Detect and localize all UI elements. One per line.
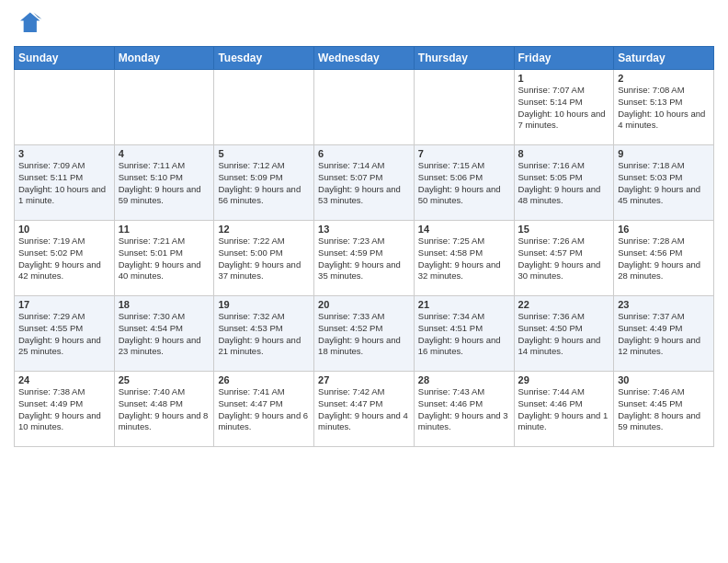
day-info: Sunrise: 7:09 AM Sunset: 5:11 PM Dayligh… xyxy=(18,160,110,207)
calendar-cell: 16Sunrise: 7:28 AM Sunset: 4:56 PM Dayli… xyxy=(614,221,714,296)
day-number: 30 xyxy=(618,374,710,385)
day-info: Sunrise: 7:41 AM Sunset: 4:47 PM Dayligh… xyxy=(218,386,310,433)
day-info: Sunrise: 7:23 AM Sunset: 4:59 PM Dayligh… xyxy=(318,236,410,282)
weekday-header-wednesday: Wednesday xyxy=(314,47,415,70)
calendar-cell: 18Sunrise: 7:30 AM Sunset: 4:54 PM Dayli… xyxy=(114,296,214,372)
page: SundayMondayTuesdayWednesdayThursdayFrid… xyxy=(0,0,728,563)
day-number: 22 xyxy=(518,299,610,310)
calendar-cell: 11Sunrise: 7:21 AM Sunset: 5:01 PM Dayli… xyxy=(114,221,214,296)
calendar-cell: 13Sunrise: 7:23 AM Sunset: 4:59 PM Dayli… xyxy=(314,221,415,296)
day-number: 19 xyxy=(218,299,310,310)
calendar-cell: 20Sunrise: 7:33 AM Sunset: 4:52 PM Dayli… xyxy=(314,296,415,372)
day-info: Sunrise: 7:28 AM Sunset: 4:56 PM Dayligh… xyxy=(618,236,710,282)
day-number: 18 xyxy=(119,299,210,310)
day-number: 26 xyxy=(218,374,310,385)
day-info: Sunrise: 7:36 AM Sunset: 4:50 PM Dayligh… xyxy=(518,311,610,358)
day-info: Sunrise: 7:16 AM Sunset: 5:05 PM Dayligh… xyxy=(518,160,610,207)
day-number: 21 xyxy=(418,299,510,310)
calendar-cell: 23Sunrise: 7:37 AM Sunset: 4:49 PM Dayli… xyxy=(614,296,714,372)
logo-icon xyxy=(14,9,43,39)
day-number: 1 xyxy=(518,73,610,84)
day-number: 9 xyxy=(618,148,710,159)
day-info: Sunrise: 7:32 AM Sunset: 4:53 PM Dayligh… xyxy=(218,311,310,358)
calendar-cell: 22Sunrise: 7:36 AM Sunset: 4:50 PM Dayli… xyxy=(514,296,614,372)
calendar-cell xyxy=(414,70,514,145)
day-info: Sunrise: 7:29 AM Sunset: 4:55 PM Dayligh… xyxy=(18,311,110,358)
day-number: 5 xyxy=(218,148,310,159)
day-info: Sunrise: 7:15 AM Sunset: 5:06 PM Dayligh… xyxy=(418,160,510,207)
calendar-cell: 1Sunrise: 7:07 AM Sunset: 5:14 PM Daylig… xyxy=(514,70,614,145)
day-number: 6 xyxy=(318,148,410,159)
day-number: 3 xyxy=(18,148,110,159)
day-number: 13 xyxy=(318,224,410,235)
day-info: Sunrise: 7:14 AM Sunset: 5:07 PM Dayligh… xyxy=(318,160,410,207)
day-number: 15 xyxy=(518,224,610,235)
day-number: 28 xyxy=(418,374,510,385)
day-number: 20 xyxy=(318,299,410,310)
week-row-1: 1Sunrise: 7:07 AM Sunset: 5:14 PM Daylig… xyxy=(15,70,714,145)
weekday-header-monday: Monday xyxy=(114,47,214,70)
day-info: Sunrise: 7:37 AM Sunset: 4:49 PM Dayligh… xyxy=(618,311,710,358)
week-row-2: 3Sunrise: 7:09 AM Sunset: 5:11 PM Daylig… xyxy=(15,145,714,221)
calendar-cell: 12Sunrise: 7:22 AM Sunset: 5:00 PM Dayli… xyxy=(214,221,314,296)
weekday-header-tuesday: Tuesday xyxy=(214,47,314,70)
calendar-cell: 14Sunrise: 7:25 AM Sunset: 4:58 PM Dayli… xyxy=(414,221,514,296)
weekday-header-friday: Friday xyxy=(514,47,614,70)
calendar-cell: 3Sunrise: 7:09 AM Sunset: 5:11 PM Daylig… xyxy=(15,145,115,221)
day-number: 17 xyxy=(18,299,110,310)
calendar-cell: 27Sunrise: 7:42 AM Sunset: 4:47 PM Dayli… xyxy=(314,372,415,447)
calendar-cell xyxy=(314,70,415,145)
day-info: Sunrise: 7:21 AM Sunset: 5:01 PM Dayligh… xyxy=(119,236,210,282)
day-info: Sunrise: 7:11 AM Sunset: 5:10 PM Dayligh… xyxy=(119,160,210,207)
week-row-4: 17Sunrise: 7:29 AM Sunset: 4:55 PM Dayli… xyxy=(15,296,714,372)
calendar-cell: 28Sunrise: 7:43 AM Sunset: 4:46 PM Dayli… xyxy=(414,372,514,447)
day-number: 23 xyxy=(618,299,710,310)
day-number: 24 xyxy=(18,374,110,385)
calendar-header: SundayMondayTuesdayWednesdayThursdayFrid… xyxy=(15,47,714,70)
calendar-cell: 26Sunrise: 7:41 AM Sunset: 4:47 PM Dayli… xyxy=(214,372,314,447)
calendar-cell xyxy=(214,70,314,145)
week-row-5: 24Sunrise: 7:38 AM Sunset: 4:49 PM Dayli… xyxy=(15,372,714,447)
weekday-header-sunday: Sunday xyxy=(15,47,115,70)
calendar-cell: 10Sunrise: 7:19 AM Sunset: 5:02 PM Dayli… xyxy=(15,221,115,296)
calendar-cell xyxy=(15,70,115,145)
day-info: Sunrise: 7:26 AM Sunset: 4:57 PM Dayligh… xyxy=(518,236,610,282)
day-info: Sunrise: 7:30 AM Sunset: 4:54 PM Dayligh… xyxy=(119,311,210,358)
day-info: Sunrise: 7:22 AM Sunset: 5:00 PM Dayligh… xyxy=(218,236,310,282)
day-number: 8 xyxy=(518,148,610,159)
day-info: Sunrise: 7:12 AM Sunset: 5:09 PM Dayligh… xyxy=(218,160,310,207)
day-number: 10 xyxy=(18,224,110,235)
day-info: Sunrise: 7:40 AM Sunset: 4:48 PM Dayligh… xyxy=(119,386,210,433)
day-number: 16 xyxy=(618,224,710,235)
day-info: Sunrise: 7:18 AM Sunset: 5:03 PM Dayligh… xyxy=(618,160,710,207)
calendar-cell: 29Sunrise: 7:44 AM Sunset: 4:46 PM Dayli… xyxy=(514,372,614,447)
day-info: Sunrise: 7:38 AM Sunset: 4:49 PM Dayligh… xyxy=(18,386,110,433)
calendar-cell xyxy=(114,70,214,145)
day-number: 29 xyxy=(518,374,610,385)
day-info: Sunrise: 7:44 AM Sunset: 4:46 PM Dayligh… xyxy=(518,386,610,433)
day-info: Sunrise: 7:33 AM Sunset: 4:52 PM Dayligh… xyxy=(318,311,410,358)
calendar-body: 1Sunrise: 7:07 AM Sunset: 5:14 PM Daylig… xyxy=(15,70,714,447)
calendar-cell: 7Sunrise: 7:15 AM Sunset: 5:06 PM Daylig… xyxy=(414,145,514,221)
calendar-cell: 5Sunrise: 7:12 AM Sunset: 5:09 PM Daylig… xyxy=(214,145,314,221)
day-info: Sunrise: 7:43 AM Sunset: 4:46 PM Dayligh… xyxy=(418,386,510,433)
calendar-cell: 30Sunrise: 7:46 AM Sunset: 4:45 PM Dayli… xyxy=(614,372,714,447)
day-number: 14 xyxy=(418,224,510,235)
calendar-cell: 2Sunrise: 7:08 AM Sunset: 5:13 PM Daylig… xyxy=(614,70,714,145)
weekday-row: SundayMondayTuesdayWednesdayThursdayFrid… xyxy=(15,47,714,70)
calendar-cell: 25Sunrise: 7:40 AM Sunset: 4:48 PM Dayli… xyxy=(114,372,214,447)
day-info: Sunrise: 7:25 AM Sunset: 4:58 PM Dayligh… xyxy=(418,236,510,282)
logo xyxy=(14,9,45,39)
day-info: Sunrise: 7:19 AM Sunset: 5:02 PM Dayligh… xyxy=(18,236,110,282)
day-info: Sunrise: 7:08 AM Sunset: 5:13 PM Dayligh… xyxy=(618,85,710,132)
header xyxy=(14,9,714,39)
day-number: 4 xyxy=(119,148,210,159)
day-info: Sunrise: 7:42 AM Sunset: 4:47 PM Dayligh… xyxy=(318,386,410,433)
day-number: 27 xyxy=(318,374,410,385)
weekday-header-thursday: Thursday xyxy=(414,47,514,70)
weekday-header-saturday: Saturday xyxy=(614,47,714,70)
calendar-cell: 9Sunrise: 7:18 AM Sunset: 5:03 PM Daylig… xyxy=(614,145,714,221)
calendar-cell: 4Sunrise: 7:11 AM Sunset: 5:10 PM Daylig… xyxy=(114,145,214,221)
calendar-cell: 8Sunrise: 7:16 AM Sunset: 5:05 PM Daylig… xyxy=(514,145,614,221)
calendar-table: SundayMondayTuesdayWednesdayThursdayFrid… xyxy=(14,46,714,447)
